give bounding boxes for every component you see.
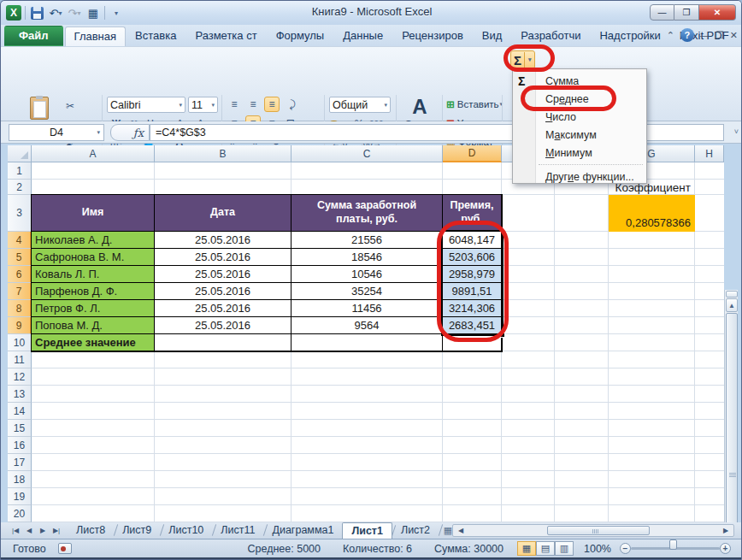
close-button[interactable]: ✕ [699, 4, 736, 21]
hscroll-left-icon[interactable]: ◀ [455, 527, 467, 534]
cell-c10[interactable] [292, 334, 443, 351]
cell-c9[interactable]: 9564 [292, 317, 443, 334]
select-all-corner[interactable] [8, 145, 32, 162]
tab-review[interactable]: Рецензиров [392, 26, 473, 46]
sheet-tab-list11[interactable]: Лист11 [212, 522, 263, 539]
row-header-6[interactable]: 6 [8, 266, 32, 283]
header-date[interactable]: Дата [155, 195, 292, 232]
menu-item-more-functions[interactable]: Другие функции... [513, 168, 646, 186]
zoom-in-icon[interactable]: + [720, 543, 731, 554]
row-header-5[interactable]: 5 [8, 249, 32, 266]
column-header-d[interactable]: D [443, 145, 502, 162]
column-header-b[interactable]: B [155, 145, 292, 162]
header-name[interactable]: Имя [32, 195, 155, 232]
row-header-1[interactable]: 1 [8, 162, 32, 180]
zoom-slider-thumb[interactable] [669, 539, 677, 550]
insert-cells-button[interactable]: ⊞ Вставить▾ [445, 97, 504, 112]
wrap-text-button[interactable]: ⤸ [285, 97, 300, 112]
header-salary[interactable]: Сумма заработной платы, руб. [292, 195, 443, 232]
font-size-select[interactable]: 11▾ [188, 97, 218, 113]
cell-c6[interactable]: 10546 [292, 266, 443, 283]
minimize-button[interactable]: — [650, 4, 674, 21]
cell-c5[interactable]: 18546 [292, 249, 443, 266]
sheet-tab-list10[interactable]: Лист10 [160, 522, 212, 539]
column-header-a[interactable]: A [32, 145, 155, 162]
tab-page-layout[interactable]: Разметка ст [186, 26, 266, 46]
workbook-restore-icon[interactable]: ❐ [716, 30, 724, 41]
page-break-view-button[interactable]: ▥ [555, 541, 574, 556]
tab-insert[interactable]: Вставка [126, 26, 186, 46]
row-header-13[interactable]: 13 [8, 386, 32, 403]
hscroll-right-icon[interactable]: ▶ [720, 527, 732, 534]
sheet-tab-list2[interactable]: Лист2 [392, 522, 439, 539]
row-header-17[interactable]: 17 [8, 454, 32, 471]
row-header-15[interactable]: 15 [8, 420, 32, 437]
row-header-11[interactable]: 11 [8, 351, 32, 368]
menu-item-min[interactable]: Минимум [513, 144, 646, 162]
tab-view[interactable]: Вид [473, 26, 512, 46]
row-header-7[interactable]: 7 [8, 283, 32, 300]
tab-addins[interactable]: Надстройки [590, 26, 669, 46]
row-header-9[interactable]: 9 [8, 317, 32, 334]
header-premium[interactable]: Премия, руб. [443, 195, 502, 232]
number-format-select[interactable]: Общий▾ [329, 97, 391, 113]
cell-b6[interactable]: 25.05.2016 [155, 266, 292, 283]
collapse-ribbon-icon[interactable]: ⌃ [667, 30, 674, 41]
macro-record-icon[interactable] [58, 543, 72, 554]
zoom-slider[interactable]: − + [620, 543, 731, 554]
tab-file[interactable]: Файл [4, 26, 63, 46]
cell-b8[interactable]: 25.05.2016 [155, 300, 292, 317]
cell-a8[interactable]: Петров Ф. Л. [32, 300, 155, 317]
insert-function-button[interactable]: ƒx [110, 124, 150, 141]
cell-a9[interactable]: Попова М. Д. [32, 317, 155, 334]
menu-item-average[interactable]: Среднее [513, 90, 646, 108]
sheet-tab-diagram1[interactable]: Диаграмма1 [263, 522, 342, 539]
cell-a6[interactable]: Коваль Л. П. [32, 266, 155, 283]
normal-view-button[interactable]: ▦ [517, 541, 536, 556]
menu-item-sum[interactable]: Сумма [513, 72, 646, 90]
column-header-h[interactable]: H [695, 145, 724, 162]
tab-developer[interactable]: Разработчи [511, 26, 590, 46]
tab-abbyy[interactable]: ABBYY PDF T [739, 26, 742, 46]
workbook-minimize-icon[interactable]: — [700, 30, 710, 40]
coefficient-cell[interactable]: 0,280578366 [609, 195, 695, 232]
cut-button[interactable]: ✂ [62, 98, 78, 114]
row-header-14[interactable]: 14 [8, 403, 32, 420]
menu-item-count[interactable]: Число [513, 108, 646, 126]
row-header-12[interactable]: 12 [8, 368, 32, 386]
cell-b4[interactable]: 25.05.2016 [155, 232, 292, 249]
cell-b7[interactable]: 25.05.2016 [155, 283, 292, 300]
cell-a10-footer[interactable]: Среднее значение [32, 334, 155, 351]
cell-d6[interactable]: 2958,979 [443, 266, 502, 283]
zoom-out-icon[interactable]: − [620, 543, 631, 554]
cell-c7[interactable]: 35254 [292, 283, 443, 300]
expand-formula-bar-icon[interactable]: ˅ [734, 127, 739, 136]
column-header-c[interactable]: C [292, 145, 443, 162]
next-sheet-icon[interactable]: ▶ [37, 527, 49, 534]
cell-d8[interactable]: 3214,306 [443, 300, 502, 317]
horizontal-scrollbar[interactable]: ◀ ▶ [452, 524, 734, 537]
sheet-tab-list1-active[interactable]: Лист1 [342, 522, 392, 539]
font-family-select[interactable]: Calibri▾ [107, 97, 186, 113]
help-icon[interactable]: ? [680, 28, 694, 42]
cell-b5[interactable]: 25.05.2016 [155, 249, 292, 266]
zoom-level[interactable]: 100% [584, 543, 611, 555]
row-header-18[interactable]: 18 [8, 471, 32, 488]
tab-home[interactable]: Главная [65, 27, 126, 46]
row-header-4[interactable]: 4 [8, 232, 32, 249]
cell-c8[interactable]: 11456 [292, 300, 443, 317]
align-middle-button[interactable]: ≡ [245, 97, 261, 112]
horizontal-scroll-thumb[interactable] [547, 526, 650, 535]
prev-sheet-icon[interactable]: ◀ [23, 527, 35, 534]
cell-d7[interactable]: 9891,51 [443, 283, 502, 300]
name-box[interactable]: D4▾ [9, 124, 104, 141]
row-header-19[interactable]: 19 [8, 488, 32, 505]
cell-a7[interactable]: Парфенов Д. Ф. [32, 283, 155, 300]
row-header-8[interactable]: 8 [8, 300, 32, 317]
scroll-up-icon[interactable]: ▲ [726, 298, 738, 312]
row-header-16[interactable]: 16 [8, 437, 32, 454]
workbook-close-icon[interactable]: ✕ [730, 30, 738, 41]
align-bottom-button[interactable]: ≡ [264, 97, 280, 112]
cell-b10[interactable] [155, 334, 292, 351]
tab-data[interactable]: Данные [333, 26, 392, 46]
